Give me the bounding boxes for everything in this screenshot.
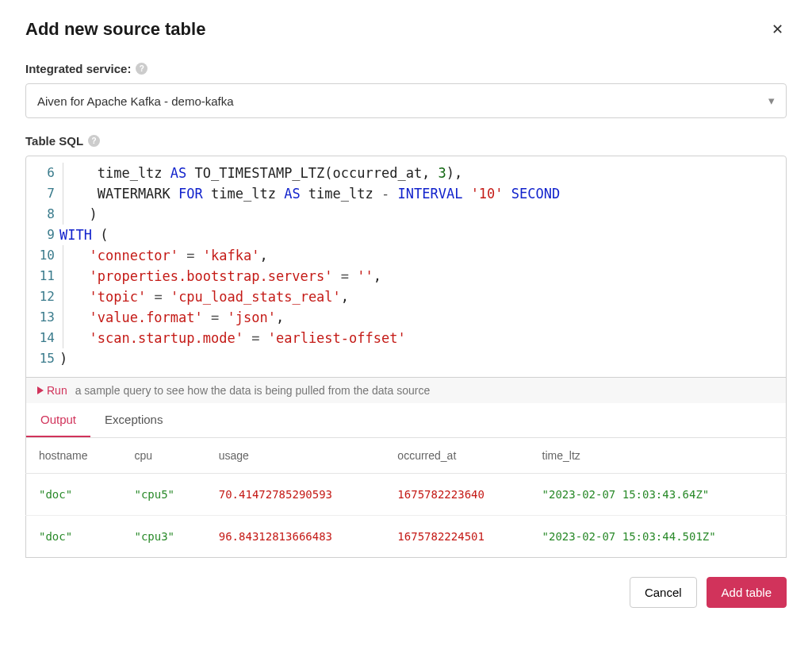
- col-cpu: cpu: [121, 438, 205, 474]
- code-content: WITH (: [59, 225, 786, 245]
- line-number: 10: [26, 245, 59, 266]
- result-table: hostnamecpuusageoccurred_attime_ltz "doc…: [25, 438, 787, 558]
- code-line: 8 ): [26, 204, 786, 225]
- help-icon[interactable]: ?: [136, 63, 147, 75]
- col-time_ltz: time_ltz: [530, 438, 787, 474]
- code-line: 11 'properties.bootstrap.servers' = '',: [26, 266, 786, 286]
- close-button[interactable]: ✕: [768, 19, 787, 40]
- cancel-button[interactable]: Cancel: [630, 577, 697, 608]
- run-bar: Run a sample query to see how the data i…: [25, 377, 787, 404]
- add-table-button[interactable]: Add table: [707, 577, 787, 608]
- indent-guide: [63, 245, 63, 266]
- code-content: time_ltz AS TO_TIMESTAMP_LTZ(occurred_at…: [73, 163, 786, 183]
- cell-usage: 70.41472785290593: [206, 474, 385, 516]
- cell-time_ltz: "2023-02-07 15:03:43.64Z": [530, 474, 787, 516]
- line-number: 6: [26, 163, 59, 183]
- integrated-service-value: Aiven for Apache Kafka - demo-kafka: [37, 94, 234, 108]
- run-hint: a sample query to see how the data is be…: [75, 384, 431, 397]
- line-number: 11: [26, 266, 59, 286]
- table-row: "doc""cpu5"70.41472785290593167578222364…: [26, 474, 787, 516]
- run-button[interactable]: Run: [37, 384, 67, 397]
- code-content: ): [73, 204, 786, 225]
- code-line: 13 'value.format' = 'json',: [26, 307, 786, 328]
- tab-exceptions[interactable]: Exceptions: [90, 403, 177, 437]
- integrated-service-label-text: Integrated service:: [25, 62, 131, 75]
- cell-time_ltz: "2023-02-07 15:03:44.501Z": [530, 516, 787, 558]
- integrated-service-label: Integrated service: ?: [25, 62, 147, 75]
- code-content: 'scan.startup.mode' = 'earliest-offset': [73, 328, 786, 348]
- col-occurred_at: occurred_at: [385, 438, 529, 474]
- line-number: 13: [26, 307, 59, 328]
- line-number: 12: [26, 286, 59, 307]
- line-number: 8: [26, 204, 59, 225]
- cell-hostname: "doc": [26, 474, 122, 516]
- help-icon[interactable]: ?: [88, 135, 100, 147]
- close-icon: ✕: [772, 21, 783, 37]
- chevron-down-icon: ▾: [768, 94, 775, 108]
- table-sql-label-text: Table SQL: [25, 134, 83, 148]
- line-number: 15: [26, 348, 59, 369]
- indent-guide: [63, 266, 63, 286]
- code-content: 'properties.bootstrap.servers' = '',: [73, 266, 786, 286]
- add-source-table-modal: Add new source table ✕ Integrated servic…: [0, 0, 812, 627]
- line-number: 14: [26, 328, 59, 348]
- line-number: 9: [26, 225, 59, 245]
- modal-footer: Cancel Add table: [25, 577, 787, 608]
- indent-guide: [63, 183, 63, 204]
- code-line: 12 'topic' = 'cpu_load_stats_real',: [26, 286, 786, 307]
- cell-cpu: "cpu3": [121, 516, 205, 558]
- result-tabs: Output Exceptions: [25, 403, 787, 438]
- play-icon: [37, 386, 44, 394]
- table-sql-field: Table SQL ? 6 time_ltz AS TO_TIMESTAMP_L…: [25, 134, 787, 558]
- code-content: 'topic' = 'cpu_load_stats_real',: [73, 286, 786, 307]
- code-line: 6 time_ltz AS TO_TIMESTAMP_LTZ(occurred_…: [26, 163, 786, 183]
- code-content: 'connector' = 'kafka',: [73, 245, 786, 266]
- table-sql-label: Table SQL ?: [25, 134, 100, 148]
- integrated-service-field: Integrated service: ? Aiven for Apache K…: [25, 62, 787, 118]
- run-label: Run: [47, 384, 67, 397]
- cell-occurred_at: 1675782223640: [385, 474, 529, 516]
- cell-occurred_at: 1675782224501: [385, 516, 529, 558]
- table-row: "doc""cpu3"96.84312813666483167578222450…: [26, 516, 787, 558]
- line-number: 7: [26, 183, 59, 204]
- indent-guide: [63, 307, 63, 328]
- indent-guide: [63, 328, 63, 348]
- modal-header: Add new source table ✕: [25, 19, 787, 40]
- indent-guide: [63, 163, 63, 183]
- indent-guide: [63, 204, 63, 225]
- code-content: WATERMARK FOR time_ltz AS time_ltz - INT…: [73, 183, 786, 204]
- code-content: 'value.format' = 'json',: [73, 307, 786, 328]
- modal-title: Add new source table: [25, 19, 205, 40]
- code-line: 7 WATERMARK FOR time_ltz AS time_ltz - I…: [26, 183, 786, 204]
- integrated-service-select[interactable]: Aiven for Apache Kafka - demo-kafka ▾: [25, 83, 787, 118]
- code-line: 14 'scan.startup.mode' = 'earliest-offse…: [26, 328, 786, 348]
- col-usage: usage: [206, 438, 385, 474]
- cell-cpu: "cpu5": [121, 474, 205, 516]
- sql-editor[interactable]: 6 time_ltz AS TO_TIMESTAMP_LTZ(occurred_…: [25, 156, 787, 378]
- cell-hostname: "doc": [26, 516, 122, 558]
- tab-output[interactable]: Output: [26, 403, 90, 437]
- indent-guide: [63, 286, 63, 307]
- col-hostname: hostname: [26, 438, 122, 474]
- code-line: 10 'connector' = 'kafka',: [26, 245, 786, 266]
- code-line: 15): [26, 348, 786, 369]
- cell-usage: 96.84312813666483: [206, 516, 385, 558]
- code-line: 9WITH (: [26, 225, 786, 245]
- code-content: ): [59, 348, 786, 369]
